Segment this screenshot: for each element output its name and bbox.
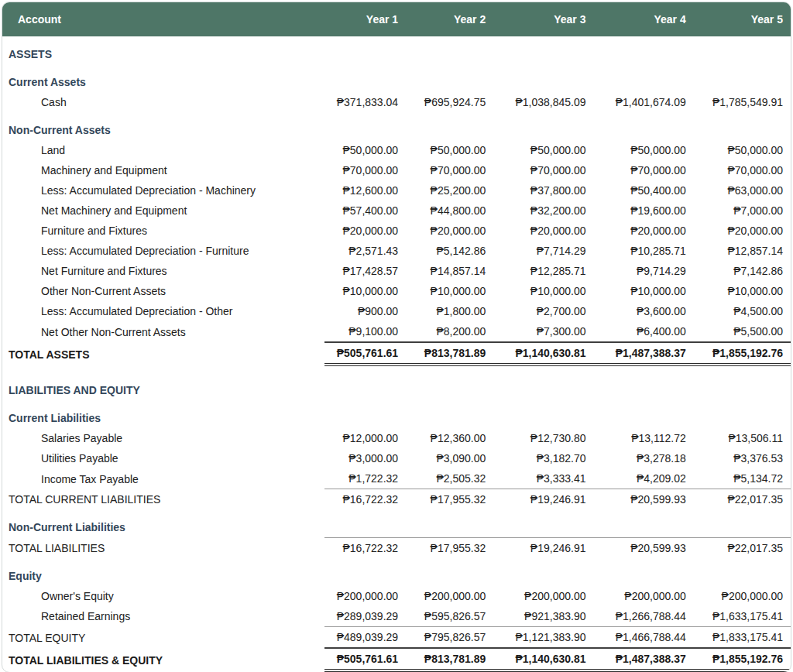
- column-header-year-2: Year 2: [406, 2, 493, 36]
- row-label: Owner's Equity: [2, 586, 324, 606]
- row-value-year-4: ₱4,209.02: [593, 468, 693, 489]
- table-row: Less: Accumulated Depreciation - Machine…: [2, 180, 791, 201]
- row-label: Equity: [2, 558, 324, 586]
- row-value-year-5: ₱1,855,192.76: [694, 648, 791, 670]
- row-value-year-2: ₱50,000.00: [406, 140, 493, 160]
- row-value-year-3: ₱12,730.80: [493, 428, 593, 448]
- row-value-year-4: ₱1,487,388.37: [593, 648, 693, 670]
- row-value-year-1: ₱3,000.00: [324, 448, 406, 468]
- row-value-year-3: ₱32,200.00: [493, 201, 593, 221]
- row-label: Non-Current Assets: [2, 112, 324, 140]
- row-value-year-1: ₱2,571.43: [324, 241, 406, 261]
- table-row: Land ₱50,000.00 ₱50,000.00 ₱50,000.00 ₱5…: [2, 140, 791, 160]
- row-value-year-1: [324, 400, 406, 428]
- row-value-year-3: ₱2,700.00: [493, 301, 593, 321]
- row-value-year-1: ₱16,722.32: [324, 537, 406, 558]
- row-value-year-1: ₱17,428.57: [324, 261, 406, 281]
- table-row: Cash ₱371,833.04 ₱695,924.75 ₱1,038,845.…: [2, 92, 791, 112]
- row-value-year-3: ₱19,246.91: [493, 489, 593, 510]
- row-value-year-5: ₱5,500.00: [694, 321, 791, 342]
- row-value-year-2: ₱14,857.14: [406, 261, 493, 281]
- row-value-year-4: ₱13,112.72: [593, 428, 693, 448]
- table-row: TOTAL LIABILITIES ₱16,722.32 ₱17,955.32 …: [2, 537, 791, 558]
- row-value-year-2: [406, 64, 493, 92]
- row-label: TOTAL LIABILITIES: [2, 537, 324, 558]
- row-value-year-2: [406, 365, 493, 400]
- row-value-year-2: ₱695,924.75: [406, 92, 493, 112]
- table-row: Less: Accumulated Depreciation - Furnitu…: [2, 241, 791, 261]
- row-value-year-2: ₱10,000.00: [406, 281, 493, 301]
- row-value-year-4: ₱200,000.00: [593, 586, 693, 606]
- row-value-year-3: [493, 365, 593, 400]
- row-value-year-3: ₱3,182.70: [493, 448, 593, 468]
- table-row: Machinery and Equipment ₱70,000.00 ₱70,0…: [2, 160, 791, 180]
- row-label: Current Liabilities: [2, 400, 324, 428]
- row-value-year-4: ₱50,400.00: [593, 180, 693, 201]
- row-label: TOTAL LIABILITIES & EQUITY: [2, 648, 324, 670]
- row-value-year-4: ₱9,714.29: [593, 261, 693, 281]
- row-value-year-5: ₱3,376.53: [694, 448, 791, 468]
- column-header-year-4: Year 4: [593, 2, 693, 36]
- row-value-year-5: ₱200,000.00: [694, 586, 791, 606]
- row-label: Other Non-Current Assets: [2, 281, 324, 301]
- row-value-year-3: ₱19,246.91: [493, 537, 593, 558]
- table-row: Net Furniture and Fixtures ₱17,428.57 ₱1…: [2, 261, 791, 281]
- row-value-year-2: ₱813,781.89: [406, 342, 493, 365]
- row-value-year-4: ₱20,000.00: [593, 221, 693, 241]
- row-value-year-2: ₱1,800.00: [406, 301, 493, 321]
- row-value-year-1: ₱10,000.00: [324, 281, 406, 301]
- row-value-year-5: [694, 509, 791, 537]
- row-value-year-4: ₱10,000.00: [593, 281, 693, 301]
- row-value-year-5: ₱22,017.35: [694, 537, 791, 558]
- table-row: Current Assets: [2, 64, 791, 92]
- row-value-year-1: ₱505,761.61: [324, 342, 406, 365]
- row-value-year-3: ₱7,714.29: [493, 241, 593, 261]
- row-value-year-3: [493, 509, 593, 537]
- row-value-year-5: ₱70,000.00: [694, 160, 791, 180]
- row-value-year-2: ₱200,000.00: [406, 586, 493, 606]
- row-value-year-1: ₱1,722.32: [324, 468, 406, 489]
- row-value-year-4: ₱20,599.93: [593, 537, 693, 558]
- row-value-year-4: ₱19,600.00: [593, 201, 693, 221]
- row-value-year-1: [324, 509, 406, 537]
- row-label: Net Machinery and Equipment: [2, 201, 324, 221]
- row-value-year-4: [593, 509, 693, 537]
- row-value-year-5: [694, 112, 791, 140]
- table-row: ASSETS: [2, 36, 791, 64]
- row-value-year-5: ₱1,633,175.41: [694, 606, 791, 627]
- row-value-year-3: ₱200,000.00: [493, 586, 593, 606]
- row-value-year-1: ₱50,000.00: [324, 140, 406, 160]
- row-value-year-3: ₱1,121,383.90: [493, 626, 593, 648]
- row-value-year-4: ₱6,400.00: [593, 321, 693, 342]
- balance-sheet-card: Account Year 1 Year 2 Year 3 Year 4 Year…: [2, 2, 791, 672]
- row-value-year-3: ₱7,300.00: [493, 321, 593, 342]
- row-value-year-4: ₱10,285.71: [593, 241, 693, 261]
- table-row: Non-Current Assets: [2, 112, 791, 140]
- row-value-year-1: ₱16,722.32: [324, 489, 406, 510]
- row-value-year-4: ₱1,266,788.44: [593, 606, 693, 627]
- row-value-year-3: ₱10,000.00: [493, 281, 593, 301]
- row-label: Less: Accumulated Depreciation - Furnitu…: [2, 241, 324, 261]
- row-value-year-5: [694, 64, 791, 92]
- row-value-year-4: ₱1,401,674.09: [593, 92, 693, 112]
- row-value-year-1: ₱200,000.00: [324, 586, 406, 606]
- row-label: Less: Accumulated Depreciation - Other: [2, 301, 324, 321]
- table-row: Retained Earnings ₱289,039.29 ₱595,826.5…: [2, 606, 791, 627]
- row-value-year-2: ₱8,200.00: [406, 321, 493, 342]
- row-label: Machinery and Equipment: [2, 160, 324, 180]
- row-value-year-3: [493, 400, 593, 428]
- row-value-year-3: [493, 558, 593, 586]
- table-row: Equity: [2, 558, 791, 586]
- row-value-year-2: [406, 112, 493, 140]
- row-value-year-4: ₱20,599.93: [593, 489, 693, 510]
- row-value-year-5: ₱5,134.72: [694, 468, 791, 489]
- row-value-year-5: ₱1,785,549.91: [694, 92, 791, 112]
- row-value-year-2: ₱813,781.89: [406, 648, 493, 670]
- row-value-year-4: [593, 400, 693, 428]
- row-value-year-1: ₱371,833.04: [324, 92, 406, 112]
- row-value-year-2: ₱25,200.00: [406, 180, 493, 201]
- row-value-year-1: ₱489,039.29: [324, 626, 406, 648]
- row-value-year-3: ₱1,038,845.09: [493, 92, 593, 112]
- row-value-year-1: ₱70,000.00: [324, 160, 406, 180]
- row-value-year-1: ₱12,600.00: [324, 180, 406, 201]
